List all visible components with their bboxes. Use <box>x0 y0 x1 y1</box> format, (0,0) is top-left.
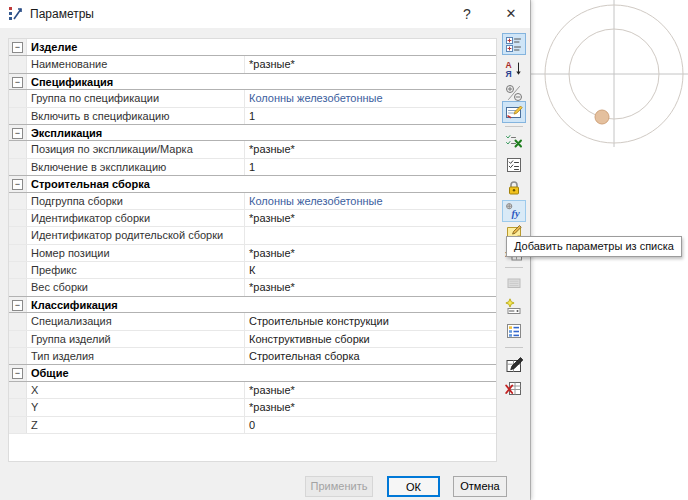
row-gutter <box>9 313 27 329</box>
row-gutter: − <box>9 297 27 312</box>
lock-icon[interactable] <box>502 177 526 199</box>
property-row: Тип изделияСтроительная сборка <box>9 348 496 365</box>
edit-parameter-icon[interactable] <box>502 101 526 123</box>
group-row: −Спецификация <box>9 73 496 90</box>
property-value[interactable]: 1 <box>244 108 496 124</box>
property-value[interactable]: 1 <box>244 159 496 175</box>
property-grid: −ИзделиеНаименование*разные*−Спецификаци… <box>8 38 497 462</box>
property-label: Префикс <box>27 262 244 278</box>
group-row: −Изделие <box>9 39 496 56</box>
collapse-group-icon[interactable]: − <box>12 128 23 139</box>
group-row: −Строительная сборка <box>9 175 496 192</box>
row-gutter <box>9 210 27 226</box>
group-row: −Экспликация <box>9 124 496 141</box>
copy-parameters-icon <box>502 272 526 294</box>
property-row: Позиция по экспликации/Марка*разные* <box>9 141 496 158</box>
new-parameter-icon[interactable] <box>502 296 526 318</box>
property-value[interactable]: *разные* <box>244 399 496 415</box>
toolbar-separator <box>505 126 523 127</box>
property-row: Z0 <box>9 417 496 434</box>
property-value[interactable]: *разные* <box>244 56 496 72</box>
row-gutter <box>9 159 27 175</box>
property-value[interactable]: *разные* <box>244 210 496 226</box>
collapse-group-icon[interactable]: − <box>12 42 23 53</box>
checklist-icon[interactable] <box>502 154 526 176</box>
property-label: Включить в спецификацию <box>27 108 244 124</box>
property-value[interactable]: *разные* <box>244 141 496 157</box>
property-value[interactable]: 0 <box>244 417 496 433</box>
group-label[interactable]: Экспликация <box>27 125 496 140</box>
delete-table-icon[interactable] <box>502 377 526 399</box>
property-label: Специализация <box>27 313 244 329</box>
property-row: Вес сборки*разные* <box>9 279 496 296</box>
collapse-group-icon[interactable]: − <box>12 77 23 88</box>
parameters-dialog: Параметры ? ✕ −ИзделиеНаименование*разны… <box>0 0 530 500</box>
property-row: Y*разные* <box>9 399 496 416</box>
group-row: −Классификация <box>9 296 496 313</box>
property-label: Y <box>27 399 244 415</box>
group-label[interactable]: Изделие <box>27 39 496 55</box>
property-row: СпециализацияСтроительные конструкции <box>9 313 496 330</box>
tooltip: Добавить параметры из списка <box>506 236 682 257</box>
property-label: Тип изделия <box>27 348 244 364</box>
property-row: Включить в спецификацию1 <box>9 108 496 125</box>
property-value[interactable]: К <box>244 262 496 278</box>
property-value[interactable]: Колонны железобетонные <box>244 90 496 106</box>
toolbar-separator <box>505 347 523 348</box>
property-label: Группа изделий <box>27 331 244 347</box>
row-gutter: − <box>9 365 27 380</box>
row-gutter <box>9 90 27 106</box>
collapse-group-icon[interactable]: − <box>12 368 23 379</box>
svg-text:Я: Я <box>506 69 512 79</box>
property-value[interactable]: Строительные конструкции <box>244 313 496 329</box>
property-value[interactable]: *разные* <box>244 382 496 398</box>
property-row: Наименование*разные* <box>9 56 496 73</box>
apply-button[interactable]: Применить <box>305 476 373 497</box>
property-row: Подгруппа сборкиКолонны железобетонные <box>9 193 496 210</box>
row-gutter: − <box>9 176 27 191</box>
property-value[interactable] <box>244 227 496 243</box>
row-gutter <box>9 348 27 364</box>
property-label: Позиция по экспликации/Марка <box>27 141 244 157</box>
ok-button[interactable]: ОК <box>387 476 440 497</box>
row-gutter <box>9 108 27 124</box>
function-parameter-icon[interactable]: fy <box>502 200 526 222</box>
property-row: ПрефиксК <box>9 262 496 279</box>
collapse-group-icon[interactable]: − <box>12 300 23 311</box>
group-label[interactable]: Спецификация <box>27 74 496 89</box>
cancel-button[interactable]: Отмена <box>453 476 507 497</box>
property-value[interactable]: *разные* <box>244 279 496 295</box>
parameter-set-icon[interactable] <box>502 320 526 342</box>
property-row: Включение в экспликацию1 <box>9 159 496 176</box>
group-by-category-icon[interactable] <box>502 33 526 55</box>
property-value[interactable]: *разные* <box>244 245 496 261</box>
property-row: X*разные* <box>9 382 496 399</box>
dialog-title: Параметры <box>30 0 94 28</box>
help-button[interactable]: ? <box>452 0 482 28</box>
row-gutter <box>9 279 27 295</box>
property-row: Идентификатор родительской сборки <box>9 227 496 244</box>
property-row: Идентификатор сборки*разные* <box>9 210 496 227</box>
collapse-group-icon[interactable]: − <box>12 179 23 190</box>
group-label[interactable]: Классификация <box>27 297 496 312</box>
row-gutter <box>9 382 27 398</box>
sort-alphabetical-icon[interactable]: АЯ <box>502 58 526 80</box>
row-gutter <box>9 193 27 209</box>
row-gutter <box>9 417 27 433</box>
property-value[interactable]: Колонны железобетонные <box>244 193 496 209</box>
edit-table-icon[interactable] <box>502 354 526 376</box>
screen: Параметры ? ✕ −ИзделиеНаименование*разны… <box>0 0 688 500</box>
group-label[interactable]: Общие <box>27 365 496 380</box>
property-row: Номер позиции*разные* <box>9 245 496 262</box>
row-gutter: − <box>9 125 27 140</box>
placement-point <box>595 110 609 124</box>
dialog-titlebar: Параметры ? ✕ <box>0 0 530 28</box>
property-label: Идентификатор сборки <box>27 210 244 226</box>
property-value[interactable]: Строительная сборка <box>244 348 496 364</box>
property-value[interactable]: Конструктивные сборки <box>244 331 496 347</box>
property-label: Вес сборки <box>27 279 244 295</box>
group-label[interactable]: Строительная сборка <box>27 176 496 191</box>
property-label: Идентификатор родительской сборки <box>27 227 244 243</box>
check-values-icon[interactable] <box>502 130 526 152</box>
property-label: Наименование <box>27 56 244 72</box>
